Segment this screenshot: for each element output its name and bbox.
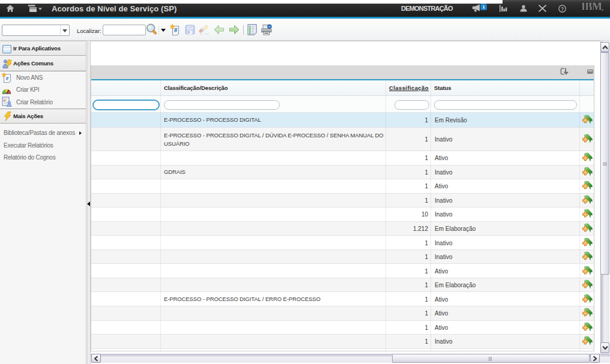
svg-text:#: #	[174, 27, 178, 34]
svg-text:?: ?	[561, 6, 564, 12]
svg-text:#: #	[6, 76, 9, 82]
